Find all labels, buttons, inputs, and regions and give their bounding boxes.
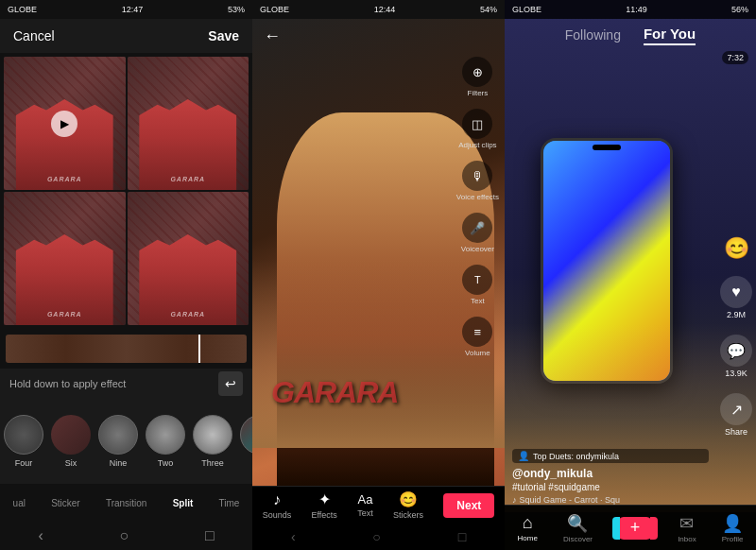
tool-volume[interactable]: ≡ Volume bbox=[462, 317, 492, 357]
nav-profile[interactable]: 👤 Profile bbox=[722, 513, 744, 543]
panel1-time: 12:47 bbox=[122, 5, 144, 14]
duet-banner: Top Duets: ondymikula bbox=[512, 449, 709, 463]
panel1-video-editor: GLOBE 12:47 53% Cancel Save GARARA ▶ GAR… bbox=[0, 0, 252, 550]
tool-filters[interactable]: ⊕ Filters bbox=[462, 57, 492, 97]
nav-text[interactable]: Aa Text bbox=[357, 492, 373, 518]
emoji-icon: 😊 bbox=[724, 236, 749, 261]
panel3-carrier: GLOBE bbox=[512, 5, 541, 14]
tool-voiceover-label: Voiceover bbox=[461, 245, 494, 253]
share-label: Share bbox=[725, 427, 747, 437]
filter-four-label: Four bbox=[15, 458, 33, 468]
video-grid: GARARA ▶ GARARA GARARA GARARA bbox=[0, 53, 252, 329]
tool-filters-label: Filters bbox=[468, 89, 489, 97]
filter-six-label: Six bbox=[65, 458, 77, 468]
p2-back-gesture[interactable]: ‹ bbox=[291, 529, 296, 544]
action-share[interactable]: ↗ Share bbox=[720, 393, 752, 437]
undo-button[interactable]: ↩ bbox=[218, 371, 243, 396]
nav-transition[interactable]: Transition bbox=[106, 498, 147, 508]
filter-six[interactable]: Six bbox=[51, 415, 91, 468]
grid-cell-3[interactable]: GARARA bbox=[4, 192, 126, 325]
action-like[interactable]: ♥ 2.9M bbox=[720, 276, 752, 319]
right-actions: 😊 ♥ 2.9M 💬 13.9K ↗ Share bbox=[720, 236, 752, 437]
grid-cell-4[interactable]: GARARA bbox=[128, 192, 249, 325]
save-button[interactable]: Save bbox=[208, 28, 239, 43]
hint-bar: Hold down to apply effect ↩ bbox=[0, 369, 252, 399]
filter-three-label: Three bbox=[201, 458, 224, 468]
play-icon[interactable]: ▶ bbox=[51, 111, 77, 137]
panel2-system-nav: ‹ ○ □ bbox=[252, 524, 505, 550]
voice-icon: 🎙 bbox=[462, 161, 492, 191]
phone-notch bbox=[593, 145, 621, 150]
nav-create[interactable]: + bbox=[618, 517, 652, 540]
panel1-statusbar: GLOBE 12:47 53% bbox=[0, 0, 252, 19]
like-count: 2.9M bbox=[727, 310, 746, 319]
recents-gesture[interactable]: □ bbox=[205, 527, 215, 544]
panel1-topbar: Cancel Save bbox=[0, 19, 252, 53]
filter-three-icon bbox=[193, 415, 232, 455]
video-username[interactable]: @ondy_mikula bbox=[512, 467, 709, 480]
share-icon: ↗ bbox=[720, 393, 752, 425]
adjust-icon: ◫ bbox=[462, 109, 492, 139]
filter-four[interactable]: Four bbox=[4, 415, 43, 468]
filter-nine[interactable]: Nine bbox=[98, 415, 138, 468]
filter-mix[interactable]: Mix bbox=[240, 415, 252, 468]
filter-nine-icon bbox=[98, 415, 138, 455]
music-info[interactable]: Squid Game - Carrot · Squ bbox=[512, 495, 709, 505]
filter-two-icon bbox=[146, 415, 185, 455]
inbox-icon: ✉ bbox=[679, 513, 694, 534]
p2-home-gesture[interactable]: ○ bbox=[372, 529, 380, 544]
nav-stickers[interactable]: 😊 Stickers bbox=[393, 490, 423, 520]
timeline-strip[interactable] bbox=[6, 335, 247, 363]
filter-six-icon bbox=[51, 415, 91, 455]
grid-cell-1[interactable]: GARARA ▶ bbox=[4, 57, 126, 190]
inbox-label: Inbox bbox=[678, 535, 696, 543]
panel1-battery: 53% bbox=[228, 5, 245, 14]
filter-two[interactable]: Two bbox=[146, 415, 185, 468]
panel3-tiktok: GLOBE 11:49 56% Following For You 7:32 😊… bbox=[505, 0, 756, 550]
next-button[interactable]: Next bbox=[443, 493, 494, 518]
panel3-topbar: Following For You bbox=[505, 19, 756, 51]
tool-adjust[interactable]: ◫ Adjust clips bbox=[458, 109, 496, 149]
volume-icon: ≡ bbox=[462, 317, 492, 347]
cancel-button[interactable]: Cancel bbox=[13, 28, 55, 43]
text-tool-icon: T bbox=[462, 265, 492, 295]
nav-effects[interactable]: ✦ Effects bbox=[312, 490, 337, 520]
tool-text-label: Text bbox=[471, 297, 485, 305]
nav-ual[interactable]: ual bbox=[13, 498, 26, 508]
filter-three[interactable]: Three bbox=[193, 415, 232, 468]
nav-sounds[interactable]: ♪ Sounds bbox=[263, 491, 292, 520]
panel2-back-button[interactable]: ← bbox=[264, 26, 281, 46]
panel3-battery: 56% bbox=[731, 5, 748, 14]
panel2-navbar: ♪ Sounds ✦ Effects Aa Text 😊 Stickers Ne… bbox=[252, 486, 505, 524]
filters-icon: ⊕ bbox=[462, 57, 492, 87]
action-emoji[interactable]: 😊 bbox=[724, 236, 749, 261]
profile-icon: 👤 bbox=[722, 513, 743, 534]
tool-voice[interactable]: 🎙 Voice effects bbox=[456, 161, 499, 201]
create-button[interactable]: + bbox=[618, 517, 652, 540]
nav-split[interactable]: Split bbox=[173, 498, 194, 508]
nav-discover[interactable]: 🔍 Discover bbox=[563, 513, 593, 543]
tool-voiceover[interactable]: 🎤 Voiceover bbox=[461, 213, 494, 253]
voiceover-icon: 🎤 bbox=[462, 213, 492, 243]
timeline bbox=[0, 329, 252, 369]
video-info: Top Duets: ondymikula @ondy_mikula #tuto… bbox=[512, 449, 709, 505]
tab-following[interactable]: Following bbox=[565, 27, 621, 43]
discover-label: Discover bbox=[563, 535, 593, 543]
video-description: #tutorial #squidgame bbox=[512, 482, 709, 492]
nav-time[interactable]: Time bbox=[218, 498, 239, 508]
grid-cell-2[interactable]: GARARA bbox=[128, 57, 249, 190]
home-icon: ⌂ bbox=[523, 513, 533, 533]
tool-text[interactable]: T Text bbox=[462, 265, 492, 305]
text-label: Text bbox=[357, 508, 373, 518]
nav-home[interactable]: ⌂ Home bbox=[518, 513, 538, 542]
p2-recents-gesture[interactable]: □ bbox=[458, 529, 466, 544]
action-comment[interactable]: 💬 13.9K bbox=[720, 335, 752, 378]
nav-sticker[interactable]: Sticker bbox=[51, 498, 80, 508]
stickers-label: Stickers bbox=[393, 510, 423, 520]
nav-inbox[interactable]: ✉ Inbox bbox=[678, 513, 696, 543]
tab-for-you[interactable]: For You bbox=[644, 26, 696, 45]
back-gesture[interactable]: ‹ bbox=[38, 527, 43, 544]
panel2-carrier: GLOBE bbox=[260, 5, 289, 14]
panel1-carrier: GLOBE bbox=[8, 5, 37, 14]
home-gesture[interactable]: ○ bbox=[119, 527, 129, 544]
